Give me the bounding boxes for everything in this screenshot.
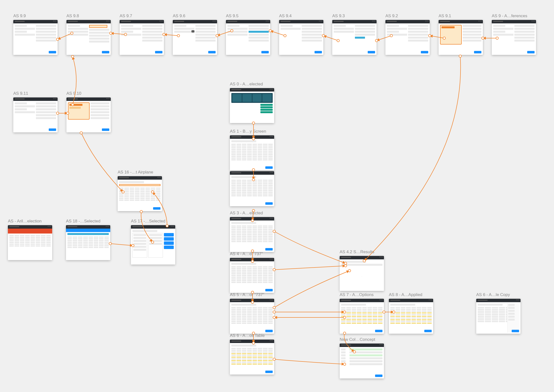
frame-title: AS 6 - A…oll Table <box>230 333 274 338</box>
frame-title: AS 9.4 <box>279 14 323 18</box>
window-titlebar <box>230 171 274 175</box>
window-thumbnail[interactable] <box>13 20 58 55</box>
window-titlebar <box>173 20 217 23</box>
window-thumbnail[interactable] <box>8 225 52 260</box>
frame-title: AS 9 - A…ferences <box>492 14 536 18</box>
window-thumbnail[interactable] <box>476 299 521 334</box>
frame-as95[interactable]: AS 9.5 <box>226 14 270 55</box>
frame-as18[interactable]: AS 18 -…Selected <box>66 219 110 260</box>
window-thumbnail[interactable] <box>131 225 175 265</box>
frame-title: AS 0 - A…elected <box>230 82 274 87</box>
window-thumbnail[interactable] <box>13 97 58 132</box>
frame-as8[interactable]: AS 8 - A…Applied <box>389 292 433 334</box>
frame-title: AS 1 - B…y Screen <box>230 129 274 134</box>
window-thumbnail[interactable] <box>230 340 274 375</box>
window-titlebar <box>340 344 384 347</box>
frame-as99[interactable]: AS 9.9 <box>13 14 58 55</box>
frame-as2[interactable] <box>230 170 274 206</box>
frame-title: New Col…Concept <box>340 337 384 342</box>
window-thumbnail[interactable] <box>120 20 164 55</box>
frame-title: AS 17 -…Selected <box>131 219 175 224</box>
frame-title: AS 4.2 S…Results <box>340 250 384 254</box>
frame-title: AS 9.5 <box>226 14 270 18</box>
frame-as3[interactable]: AS 3 - A…elected <box>230 211 274 252</box>
frame-as94[interactable]: AS 9.4 <box>279 14 323 55</box>
window-thumbnail[interactable] <box>279 20 323 55</box>
window-body <box>230 139 274 170</box>
frame-as6c[interactable]: AS 6 - A…le Copy <box>476 292 521 334</box>
frame-title: AS 9.2 <box>385 14 430 18</box>
window-titlebar <box>230 299 274 302</box>
window-titlebar <box>492 20 536 23</box>
window-thumbnail[interactable] <box>230 88 274 123</box>
frame-as17[interactable]: AS 17 -…Selected <box>131 219 175 265</box>
frame-aselect[interactable]: AS - Aril…election <box>8 219 52 260</box>
frame-as97[interactable]: AS 9.7 <box>120 14 164 55</box>
window-thumbnail[interactable] <box>340 344 384 378</box>
connector <box>110 244 133 246</box>
window-body <box>439 23 483 55</box>
frame-as1[interactable]: AS 1 - B…y Screen <box>230 129 274 170</box>
frame-as98[interactable]: AS 9.8 <box>66 14 111 55</box>
frame-as911[interactable]: AS 9.11 <box>13 91 58 132</box>
frame-as7[interactable]: AS 7 - A…Options <box>340 292 384 334</box>
frame-title: AS 4 - A…d "737" <box>230 251 274 256</box>
window-thumbnail[interactable]: ⋯ <box>173 20 217 55</box>
frame-as16[interactable]: AS 16 -…t Airplane <box>118 170 162 211</box>
frame-as910[interactable]: AS 9.10 <box>66 91 111 132</box>
flow-canvas[interactable]: AS 9.9AS 9.8AS 9.7AS 9.6⋯AS 9.5 AS 9.4AS… <box>0 0 554 392</box>
connector <box>274 231 346 263</box>
frame-title: AS 18 -…Selected <box>66 219 110 224</box>
window-body <box>230 302 274 334</box>
window-body <box>66 101 111 132</box>
connector-node <box>459 55 461 57</box>
window-titlebar <box>389 299 433 302</box>
window-thumbnail[interactable] <box>230 135 274 170</box>
window-thumbnail[interactable] <box>492 20 536 55</box>
window-thumbnail[interactable] <box>226 20 270 55</box>
window-titlebar <box>385 20 430 23</box>
window-body <box>230 92 274 123</box>
window-body: ⋯ <box>173 23 217 55</box>
window-thumbnail[interactable] <box>230 171 274 206</box>
window-body <box>279 23 323 55</box>
window-thumbnail[interactable] <box>66 20 111 55</box>
window-thumbnail[interactable] <box>439 20 483 55</box>
window-thumbnail[interactable] <box>332 20 377 55</box>
window-thumbnail[interactable] <box>385 20 430 55</box>
window-body <box>131 229 175 265</box>
window-thumbnail[interactable] <box>66 97 111 132</box>
window-titlebar <box>279 20 323 23</box>
window-thumbnail[interactable] <box>118 176 162 211</box>
frame-as42[interactable]: AS 4.2 S…Results· <box>340 250 384 291</box>
frame-title: AS - Aril…election <box>8 219 52 224</box>
window-thumbnail[interactable] <box>230 299 274 334</box>
frame-title: AS 16 -…t Airplane <box>118 170 162 175</box>
frame-title: AS 9.7 <box>120 14 164 18</box>
frame-newcol[interactable]: New Col…Concept <box>340 337 384 378</box>
connector <box>364 56 460 261</box>
window-body <box>118 180 162 211</box>
window-body: · <box>340 259 384 291</box>
frame-as5[interactable]: AS 5 - A…or "737" <box>230 292 274 334</box>
frame-as9[interactable]: AS 9 - A…ferences <box>492 14 536 55</box>
frame-as4[interactable]: AS 4 - A…d "737" <box>230 251 274 293</box>
window-titlebar <box>340 299 384 302</box>
window-body <box>66 23 111 55</box>
frame-as96[interactable]: AS 9.6⋯ <box>173 14 217 55</box>
window-body <box>230 343 274 375</box>
frame-as0[interactable]: AS 0 - A…elected <box>230 82 274 123</box>
window-thumbnail[interactable] <box>230 217 274 252</box>
frame-as93[interactable]: AS 9.3 <box>332 14 377 55</box>
window-thumbnail[interactable] <box>389 299 433 334</box>
frame-as6t[interactable]: AS 6 - A…oll Table <box>230 333 274 375</box>
window-titlebar <box>118 176 162 180</box>
window-thumbnail[interactable] <box>230 258 274 293</box>
window-thumbnail[interactable]: · <box>340 256 384 291</box>
frame-as92[interactable]: AS 9.2 <box>385 14 430 55</box>
window-thumbnail[interactable] <box>340 299 384 334</box>
connector <box>81 133 123 192</box>
frame-as91[interactable]: AS 9.1 <box>439 14 483 55</box>
frame-title: AS 3 - A…elected <box>230 211 274 216</box>
window-thumbnail[interactable] <box>66 225 110 260</box>
